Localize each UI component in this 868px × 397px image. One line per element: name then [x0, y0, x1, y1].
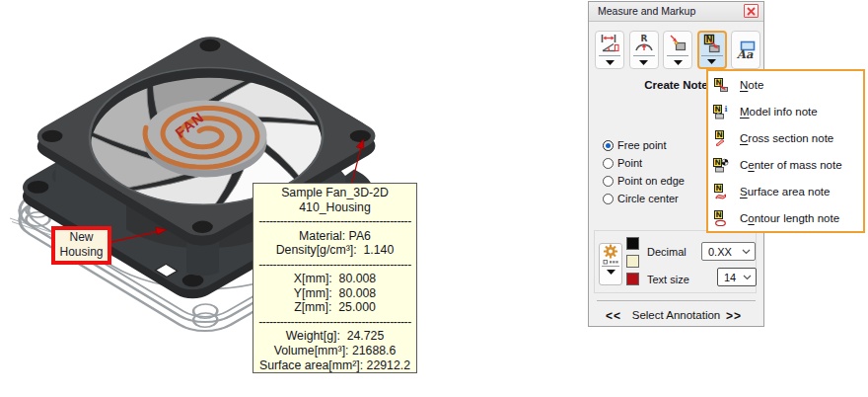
point-note-button[interactable] [663, 31, 692, 69]
note-line: X[mm]: 80.008 [253, 272, 416, 286]
radio-circle-icon [603, 176, 614, 187]
measure-radius-icon: R [633, 34, 655, 53]
menu-item-contour-length-note[interactable]: N Contour length note [708, 204, 863, 231]
text-size-value: 14 [724, 272, 736, 283]
dropdown-arrow-icon[interactable] [664, 56, 691, 68]
decimal-value: 0.XX [708, 246, 732, 258]
dropdown-arrow-icon[interactable] [699, 56, 725, 67]
measure-dimension-button[interactable] [595, 31, 624, 69]
point-note-icon [667, 34, 688, 53]
dropdown-arrow-icon[interactable] [630, 56, 658, 68]
radio-circle-icon [603, 140, 614, 151]
radio-point-on-edge[interactable]: Point on edge [603, 172, 685, 190]
radio-circle-icon [603, 158, 614, 169]
annotation-nav: << Select Annotation >> [589, 309, 763, 325]
svg-text:N: N [714, 158, 720, 167]
cross-section-note-icon: N [713, 130, 729, 146]
menu-item-label: Contour length note [740, 212, 839, 224]
radio-label: Point [617, 157, 642, 169]
note-line: 410_Housing [253, 200, 416, 215]
menu-item-cross-section-note[interactable]: N Cross section note [708, 124, 863, 151]
radio-point[interactable]: Point [603, 154, 685, 172]
menu-item-surface-area-note[interactable]: N Surface area note [708, 178, 863, 204]
chevron-down-icon [743, 275, 752, 280]
markup-text-icon: Aa [734, 39, 758, 62]
chevron-down-icon [742, 249, 751, 255]
note-line: Density[g/cm³]: 1.140 [253, 243, 416, 258]
next-annotation-button[interactable]: >> [726, 309, 742, 323]
svg-text:N: N [715, 210, 721, 219]
3d-viewport[interactable]: FAN New Housing Sample Fan_3D-2D 410_Hou… [0, 0, 588, 397]
model-info-note[interactable]: Sample Fan_3D-2D 410_Housing -----------… [253, 183, 417, 373]
radio-label: Circle center [617, 193, 679, 204]
radio-label: Free point [617, 139, 667, 151]
contour-length-note-icon: N [713, 210, 729, 226]
close-icon [747, 7, 756, 16]
note-line: ----------------------------------------… [253, 315, 416, 330]
dialog-titlebar[interactable]: Measure and Markup [589, 2, 763, 22]
button-separator [602, 266, 619, 267]
gear-icon [603, 244, 618, 260]
create-note-icon: N [701, 34, 723, 53]
text-size-combobox[interactable]: 14 [717, 268, 757, 286]
svg-text:R: R [640, 34, 647, 43]
measure-radius-button[interactable]: R [629, 31, 659, 69]
create-note-menu: N Note Ni Model info note N Cross sectio… [706, 69, 865, 233]
create-note-button[interactable]: N [697, 31, 727, 69]
new-housing-callout[interactable]: New Housing [51, 226, 111, 265]
svg-text:N: N [716, 130, 722, 139]
svg-text:N: N [715, 184, 721, 193]
menu-item-label: Model info note [740, 106, 818, 118]
menu-item-label: Note [740, 79, 763, 91]
decimal-combobox[interactable]: 0.XX [701, 242, 756, 261]
menu-item-note[interactable]: N Note [708, 71, 863, 98]
menu-item-label: Surface area note [740, 186, 830, 198]
fan-hub: FAN [145, 100, 267, 177]
model-info-note-icon: Ni [713, 104, 729, 119]
close-button[interactable] [744, 4, 759, 18]
settings-split-button[interactable] [599, 243, 622, 285]
radio-free-point[interactable]: Free point [603, 136, 685, 154]
callout-line: New [55, 230, 108, 245]
dialog-title: Measure and Markup [598, 5, 695, 17]
svg-text:i: i [725, 104, 728, 114]
application-window: FAN New Housing Sample Fan_3D-2D 410_Hou… [0, 0, 868, 397]
note-line: Weight[g]: 24.725 [253, 329, 416, 344]
note-line: Z[mm]: 25.000 [253, 300, 416, 315]
note-line: ----------------------------------------… [253, 214, 416, 229]
svg-text:Aa: Aa [736, 46, 754, 60]
dropdown-arrow-icon[interactable] [607, 270, 615, 275]
separator-line [597, 300, 756, 301]
text-size-label: Text size [647, 274, 689, 285]
center-of-mass-note-icon: N [713, 157, 729, 173]
swatch-red[interactable] [626, 273, 639, 285]
note-line: Volume[mm³]: 21688.6 [253, 344, 416, 358]
menu-item-center-of-mass-note[interactable]: N Center of mass note [708, 151, 863, 178]
note-line: Surface area[mm²]: 22912.2 [253, 358, 416, 373]
note-icon: N [713, 77, 729, 93]
swatch-dots-icon [603, 260, 618, 265]
radio-label: Point on edge [617, 175, 685, 187]
decimal-label: Decimal [647, 246, 687, 258]
menu-item-model-info-note[interactable]: Ni Model info note [708, 98, 863, 124]
note-anchor-radios: Free point Point Point on edge Circle ce… [603, 136, 685, 207]
color-swatches [626, 237, 640, 290]
surface-area-note-icon: N [713, 184, 729, 199]
menu-item-label: Center of mass note [740, 159, 842, 171]
measure-dimension-icon [599, 34, 620, 53]
note-line: ----------------------------------------… [253, 258, 416, 273]
dialog-toolbar: R N Aa [595, 31, 760, 69]
radio-circle-icon [603, 194, 614, 204]
menu-item-label: Cross section note [740, 132, 833, 144]
swatch-cream[interactable] [626, 255, 639, 268]
radio-circle-center[interactable]: Circle center [603, 190, 685, 207]
note-line: Material: PA6 [253, 229, 416, 244]
dropdown-arrow-icon[interactable] [596, 56, 623, 68]
note-line: Sample Fan_3D-2D [253, 186, 416, 200]
note-line: Y[mm]: 80.008 [253, 286, 416, 301]
swatch-black[interactable] [626, 237, 639, 250]
style-groupbox: Decimal Text size 0.XX 14 [594, 230, 757, 293]
markup-text-button[interactable]: Aa [731, 31, 760, 69]
callout-line: Housing [55, 245, 108, 260]
